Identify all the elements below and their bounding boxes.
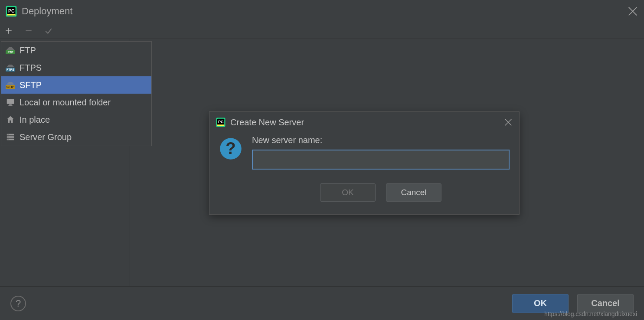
server-group-icon: [6, 132, 15, 142]
pycharm-logo-icon: PC: [5, 5, 17, 17]
svg-rect-6: [8, 105, 12, 105]
dialog-titlebar: PC Create New Server: [209, 112, 519, 133]
help-button[interactable]: ?: [10, 296, 26, 311]
menu-item-label: Local or mounted folder: [20, 98, 111, 108]
server-type-menu: FTP FTP FTPS FTPS SFTP SFTP Local or mou…: [1, 41, 152, 146]
title-bar: PC Deployment: [0, 0, 644, 23]
sftp-icon: SFTP: [6, 80, 15, 90]
svg-rect-16: [217, 124, 225, 126]
window-title: Deployment: [22, 6, 72, 17]
svg-point-10: [8, 134, 9, 135]
ftps-icon: FTPS: [6, 63, 15, 72]
dialog-cancel-button[interactable]: Cancel: [386, 183, 441, 202]
menu-item-local-folder[interactable]: Local or mounted folder: [1, 94, 151, 111]
window-close-button[interactable]: [627, 5, 639, 17]
menu-item-label: FTPS: [20, 63, 42, 73]
question-icon: ?: [219, 137, 242, 160]
ok-button[interactable]: OK: [512, 294, 569, 313]
pycharm-logo-icon: PC: [216, 117, 226, 127]
menu-item-in-place[interactable]: In place: [1, 111, 151, 128]
svg-text:PC: PC: [218, 120, 224, 124]
svg-rect-5: [9, 104, 12, 105]
svg-rect-3: [7, 14, 15, 16]
home-icon: [6, 115, 15, 124]
menu-item-sftp[interactable]: SFTP SFTP: [1, 76, 151, 94]
remove-button[interactable]: [23, 26, 34, 36]
create-server-dialog: PC Create New Server ? New server name: …: [209, 111, 520, 215]
apply-button[interactable]: [43, 26, 54, 36]
svg-rect-4: [7, 99, 14, 104]
toolbar: [0, 23, 644, 39]
svg-text:?: ?: [226, 139, 235, 157]
menu-item-label: SFTP: [20, 80, 42, 90]
dialog-ok-button[interactable]: OK: [320, 183, 376, 202]
svg-text:PC: PC: [8, 8, 15, 13]
menu-item-label: Server Group: [20, 132, 72, 142]
menu-item-server-group[interactable]: Server Group: [1, 128, 151, 146]
add-button[interactable]: [3, 26, 14, 36]
menu-item-label: In place: [20, 115, 50, 125]
dialog-title: Create New Server: [230, 118, 304, 127]
ftp-icon: FTP: [6, 46, 15, 55]
svg-point-12: [8, 139, 9, 140]
menu-item-ftp[interactable]: FTP FTP: [1, 42, 151, 59]
menu-item-label: FTP: [20, 46, 36, 56]
server-name-label: New server name:: [252, 135, 510, 145]
svg-point-11: [8, 137, 9, 137]
server-name-input[interactable]: [252, 150, 510, 170]
bottom-bar: ? OK Cancel: [0, 286, 644, 320]
dialog-close-button[interactable]: [503, 118, 513, 127]
menu-item-ftps[interactable]: FTPS FTPS: [1, 59, 151, 76]
cancel-button[interactable]: Cancel: [577, 294, 634, 313]
monitor-icon: [6, 98, 15, 107]
